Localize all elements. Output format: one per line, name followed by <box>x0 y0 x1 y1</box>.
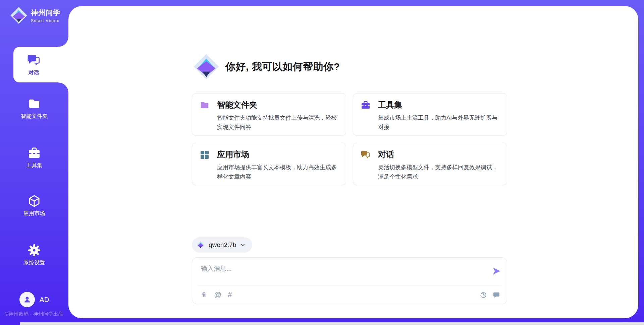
card-title: 对话 <box>378 149 499 160</box>
brand-name: 神州问学 <box>31 8 60 17</box>
mention-button[interactable]: @ <box>214 291 221 299</box>
toolbox-icon <box>28 146 41 160</box>
model-name: qwen2:7b <box>209 241 236 249</box>
card-toolset[interactable]: 工具集 集成市场上主流工具，助力AI与外界无缝扩展与对接 <box>353 93 507 136</box>
folder-icon <box>28 97 41 111</box>
card-title: 工具集 <box>378 100 499 110</box>
avatar <box>19 292 35 307</box>
attach-button[interactable] <box>200 291 208 299</box>
topic-button[interactable]: # <box>228 291 232 299</box>
chat-bubble-icon <box>493 291 500 299</box>
sidebar-item-toolset[interactable]: 工具集 <box>0 146 68 169</box>
card-title: 应用市场 <box>217 149 338 160</box>
grid-icon <box>200 150 210 160</box>
feature-cards: 智能文件夹 智能文件夹功能支持批量文件上传与清洗，轻松实现文件问答 工具集 集成… <box>192 93 507 185</box>
send-button[interactable] <box>491 266 501 276</box>
brand-logo-icon <box>10 7 28 24</box>
card-chat[interactable]: 对话 灵活切换多模型文件，支持多样回复效果调试，满足个性化需求 <box>353 143 507 185</box>
message-input[interactable] <box>201 265 483 272</box>
tab-notch-top <box>58 37 68 47</box>
sidebar-item-label: 智能文件夹 <box>21 113 48 120</box>
card-description: 智能文件夹功能支持批量文件上传与清洗，轻松实现文件问答 <box>217 113 338 132</box>
sidebar-item-label: 应用市场 <box>23 210 45 217</box>
card-description: 集成市场上主流工具，助力AI与外界无缝扩展与对接 <box>378 113 499 132</box>
message-composer: @ # <box>192 257 507 304</box>
model-selector[interactable]: qwen2:7b <box>192 237 252 253</box>
paperclip-icon <box>200 291 208 299</box>
new-chat-button[interactable] <box>493 291 500 299</box>
app-root: 神州问学 Smart Vision 对话 智能文件夹 工具集 应用市场 系统设置 <box>0 0 644 325</box>
history-button[interactable] <box>480 291 487 299</box>
chat-icon <box>27 53 41 67</box>
greeting: 你好, 我可以如何帮助你? <box>193 54 340 80</box>
brand: 神州问学 Smart Vision <box>10 7 60 24</box>
sidebar-item-settings[interactable]: 系统设置 <box>0 244 68 266</box>
composer-tools-right <box>480 291 500 299</box>
history-clock-icon <box>480 291 487 299</box>
composer-tools-left: @ # <box>200 291 232 299</box>
main-panel: 你好, 我可以如何帮助你? 智能文件夹 智能文件夹功能支持批量文件上传与清洗，轻… <box>68 6 638 318</box>
person-icon <box>22 295 32 304</box>
assistant-logo-icon <box>193 54 219 80</box>
sidebar-item-smart-folder[interactable]: 智能文件夹 <box>0 97 68 120</box>
card-description: 灵活切换多模型文件，支持多样回复效果调试，满足个性化需求 <box>378 163 499 182</box>
tab-notch-bottom <box>58 82 68 92</box>
card-title: 智能文件夹 <box>217 100 338 110</box>
cube-icon <box>28 194 41 208</box>
sidebar-item-label: 系统设置 <box>23 259 45 266</box>
at-icon: @ <box>214 291 221 299</box>
sidebar-item-chat[interactable]: 对话 <box>13 47 69 82</box>
card-description: 应用市场提供丰富长文本模板，助力高效生成多样化文章内容 <box>217 163 338 182</box>
toolbox-icon <box>361 100 371 110</box>
copyright-footer: ©神州数码 · 神州问学出品 <box>5 311 63 317</box>
card-app-market[interactable]: 应用市场 应用市场提供丰富长文本模板，助力高效生成多样化文章内容 <box>192 143 346 185</box>
user-initials: AD <box>40 296 49 304</box>
sidebar-item-label: 对话 <box>29 69 39 76</box>
sidebar: 神州问学 Smart Vision 对话 智能文件夹 工具集 应用市场 系统设置 <box>0 0 68 325</box>
user-account[interactable]: AD <box>19 292 49 307</box>
model-logo-icon <box>197 241 205 249</box>
folder-icon <box>200 100 210 110</box>
sidebar-item-label: 工具集 <box>26 162 42 169</box>
greeting-title: 你好, 我可以如何帮助你? <box>225 60 340 74</box>
horizontal-scrollbar[interactable] <box>20 322 644 325</box>
sidebar-item-app-market[interactable]: 应用市场 <box>0 194 68 217</box>
brand-subtitle: Smart Vision <box>31 18 60 23</box>
composer-divider <box>198 285 501 285</box>
gear-icon <box>28 244 41 257</box>
card-smart-folder[interactable]: 智能文件夹 智能文件夹功能支持批量文件上传与清洗，轻松实现文件问答 <box>192 93 346 136</box>
chevron-down-icon <box>240 242 246 248</box>
chat-icon <box>361 150 371 160</box>
hash-icon: # <box>228 291 232 299</box>
send-icon <box>492 266 501 276</box>
